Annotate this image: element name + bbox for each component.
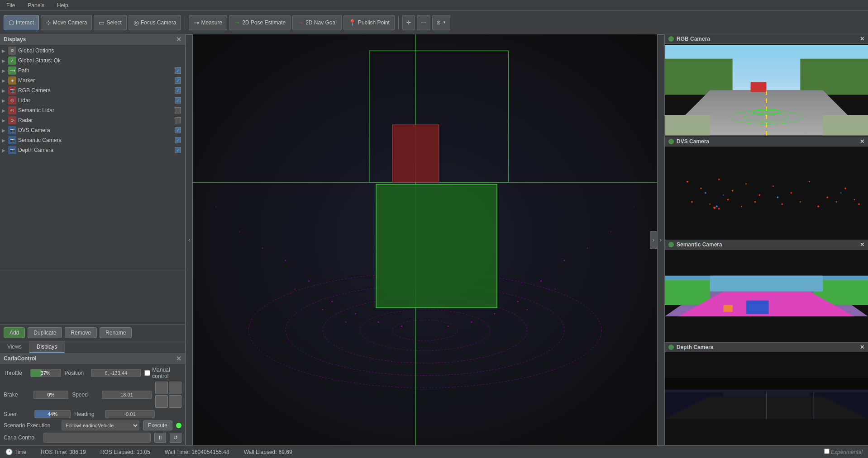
manual-control-checkbox[interactable] [144, 370, 150, 376]
display-item-global-options[interactable]: ▶ ⚙ Global Options [0, 46, 185, 56]
svg-rect-38 [751, 82, 767, 92]
scenario-select[interactable]: FollowLeadingVehicle [62, 420, 139, 430]
display-item-depth-camera[interactable]: ▶ 📷 Depth Camera ✓ [0, 145, 185, 155]
speed-input[interactable] [102, 391, 152, 399]
displays-panel-close[interactable]: ✕ [176, 36, 181, 43]
rgb-camera-close[interactable]: ✕ [860, 36, 864, 42]
dvs-camera-close[interactable]: ✕ [860, 138, 864, 145]
settings-button[interactable]: ⊛ ▼ [432, 15, 450, 30]
nav-goal-button[interactable]: → 2D Nav Goal [292, 15, 342, 30]
arrow-path: ▶ [2, 68, 8, 73]
remove-button[interactable]: Remove [65, 327, 97, 338]
svg-point-20 [527, 309, 528, 310]
plus-button[interactable]: ✛ [402, 15, 415, 30]
display-item-marker[interactable]: ▶ ◈ Marker ✓ [0, 76, 185, 85]
gear-cell-1[interactable] [155, 382, 168, 394]
pose-estimate-button[interactable]: → 2D Pose Estimate [229, 15, 291, 30]
execute-button[interactable]: Execute [143, 420, 172, 430]
display-item-radar[interactable]: ▶ ⊙ Radar [0, 115, 185, 125]
carla-pause-button[interactable]: ⏸ [154, 433, 166, 443]
display-name-global-options: Global Options [18, 47, 172, 54]
semantic-camera-close[interactable]: ✕ [860, 241, 864, 248]
measure-button[interactable]: ⊸ Measure [189, 15, 227, 30]
display-item-semantic-camera[interactable]: ▶ 📷 Semantic Camera ✓ [0, 135, 185, 145]
check-path[interactable]: ✓ [172, 67, 183, 74]
svg-point-3 [360, 310, 490, 351]
display-item-dvs-camera[interactable]: ▶ 📷 DVS Camera ✓ [0, 125, 185, 135]
svg-rect-45 [665, 173, 868, 213]
rgb-camera-dot [668, 36, 674, 42]
publish-point-button[interactable]: 📍 Publish Point [343, 15, 395, 30]
detail-panel [0, 270, 185, 324]
experimental-checkbox[interactable] [824, 449, 830, 454]
duplicate-button[interactable]: Duplicate [28, 327, 62, 338]
svg-point-48 [718, 179, 720, 180]
svg-rect-34 [665, 59, 733, 95]
select-icon: ▭ [99, 19, 105, 26]
icon-global-status: ✓ [8, 57, 16, 65]
steer-label: Steer [4, 411, 31, 417]
display-name-marker: Marker [18, 77, 172, 84]
select-button[interactable]: ▭ Select [94, 15, 126, 30]
move-camera-button[interactable]: ⊹ Move Camera [41, 15, 92, 30]
interact-button[interactable]: ⬡ Interact [4, 15, 39, 30]
check-depth-camera[interactable]: ✓ [172, 147, 183, 153]
check-radar[interactable] [172, 117, 183, 123]
menu-file[interactable]: File [4, 1, 18, 9]
wall-time-value: 1604054155.48 [191, 449, 229, 455]
position-label: Position [65, 370, 88, 376]
position-input[interactable] [91, 369, 141, 377]
check-semantic-lidar[interactable] [172, 107, 183, 113]
svg-point-14 [540, 280, 542, 282]
tab-views[interactable]: Views [0, 341, 29, 353]
steer-bar[interactable]: 44% [34, 410, 71, 418]
svg-point-74 [718, 208, 720, 210]
svg-point-4 [392, 320, 458, 340]
menu-panels[interactable]: Panels [25, 1, 47, 9]
collapse-left-button[interactable]: ‹ [186, 34, 193, 445]
viewport-right-toggle[interactable]: › [650, 231, 657, 249]
svg-rect-82 [710, 275, 823, 291]
check-marker[interactable]: ✓ [172, 77, 183, 84]
display-item-global-status[interactable]: ▶ ✓ Global Status: Ok [0, 56, 185, 66]
carla-panel-close[interactable]: ✕ [176, 355, 181, 362]
display-item-path[interactable]: ▶ ⟶ Path ✓ [0, 66, 185, 76]
check-lidar[interactable]: ✓ [172, 97, 183, 104]
heading-input[interactable] [105, 410, 155, 418]
menu-help[interactable]: Help [54, 1, 71, 9]
arrow-radar: ▶ [2, 118, 8, 123]
carla-control-row: Carla Control ⏸ ↺ [4, 433, 181, 443]
ros-time-label: ROS Time: [41, 449, 67, 455]
brake-bar[interactable]: 0% [33, 391, 68, 399]
minus-button[interactable]: — [417, 15, 430, 30]
dvs-camera-title: DVS Camera [677, 138, 709, 145]
display-item-rgb-camera[interactable]: ▶ 📷 RGB Camera ✓ [0, 85, 185, 95]
depth-camera-close[interactable]: ✕ [860, 344, 864, 350]
gear-cell-3[interactable] [155, 395, 168, 408]
display-item-lidar[interactable]: ▶ ◎ Lidar ✓ [0, 95, 185, 105]
displays-panel-header: Displays ✕ [0, 34, 185, 45]
svg-point-23 [587, 247, 588, 248]
add-button[interactable]: Add [4, 327, 25, 338]
display-name-lidar: Lidar [18, 97, 172, 104]
tab-displays[interactable]: Displays [29, 341, 65, 353]
gear-cell-2[interactable] [169, 382, 181, 394]
check-semantic-camera[interactable]: ✓ [172, 137, 183, 143]
focus-camera-button[interactable]: ◎ Focus Camera [129, 15, 181, 30]
svg-point-26 [215, 207, 216, 208]
svg-point-27 [634, 207, 634, 208]
move-camera-icon: ⊹ [46, 19, 51, 26]
display-item-semantic-lidar[interactable]: ▶ ◎ Semantic Lidar [0, 105, 185, 115]
wall-elapsed-section: Wall Elapsed: 69.69 [244, 449, 292, 455]
throttle-bar[interactable]: 37% [30, 369, 61, 377]
check-rgb-camera[interactable]: ✓ [172, 87, 183, 94]
carla-reset-button[interactable]: ↺ [170, 433, 181, 443]
nav-goal-icon: → [297, 19, 304, 26]
gear-cell-4[interactable] [169, 395, 181, 408]
collapse-right-button[interactable]: › [657, 34, 664, 445]
check-dvs-camera[interactable]: ✓ [172, 127, 183, 133]
viewport[interactable]: › [193, 34, 657, 445]
rename-button[interactable]: Rename [100, 327, 132, 338]
carla-control-input[interactable] [43, 433, 151, 443]
svg-point-68 [705, 192, 706, 194]
